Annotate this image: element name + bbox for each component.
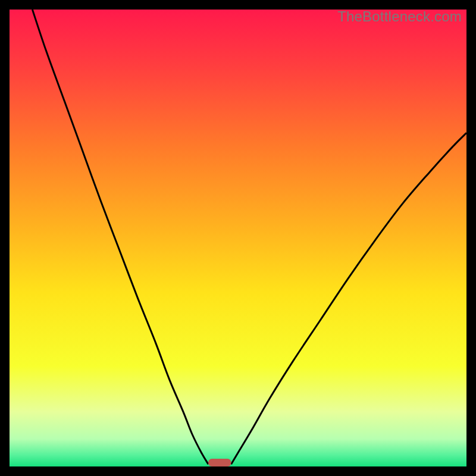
optimal-marker [208,459,231,466]
gradient-background [10,10,466,466]
chart-frame: TheBottleneck.com [10,10,466,466]
chart-svg [10,10,466,466]
watermark-text: TheBottleneck.com [337,8,462,25]
